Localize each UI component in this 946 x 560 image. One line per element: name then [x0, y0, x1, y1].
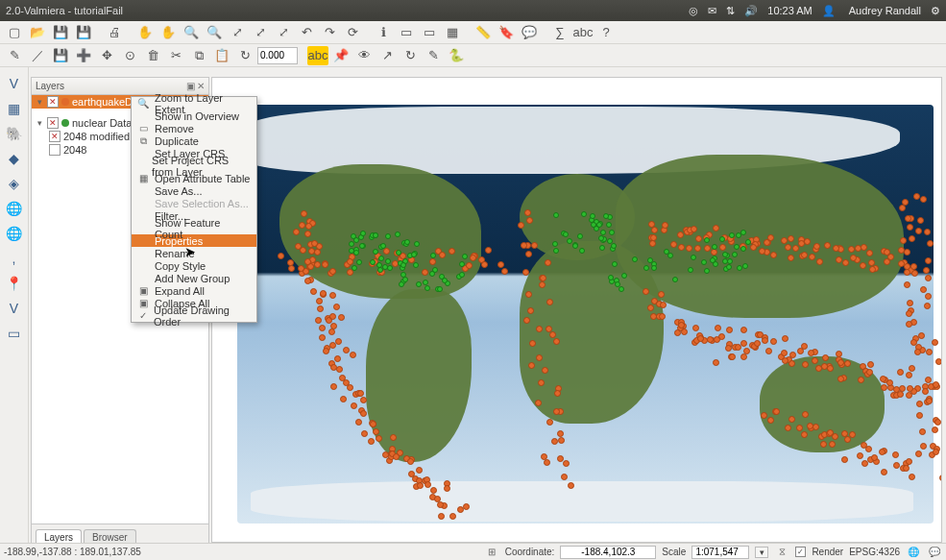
composer-icon[interactable]: 🖨 [104, 23, 125, 42]
select-icon[interactable]: ▭ [396, 23, 417, 42]
stop-render-icon[interactable]: ⧖ [774, 546, 789, 559]
ctx-duplicate[interactable]: ⧉Duplicate [132, 134, 256, 147]
expand-icon[interactable]: ▾ [36, 118, 44, 128]
numeric-input[interactable] [257, 47, 298, 64]
add-spatialite-icon[interactable]: ◆ [3, 148, 26, 169]
ctx-copy-style[interactable]: Copy Style [132, 259, 256, 272]
add-csv-icon[interactable]: , [3, 248, 26, 269]
label-change-icon[interactable]: ✎ [423, 46, 444, 65]
new-vector-icon[interactable]: V [3, 298, 26, 319]
map-canvas[interactable] [211, 77, 942, 543]
mail-icon[interactable]: ✉ [708, 5, 716, 17]
nuclear-point [609, 230, 615, 235]
save-as-icon[interactable]: 💾 [73, 23, 94, 42]
nuclear-point [643, 265, 649, 271]
nuclear-point [740, 246, 746, 252]
add-vector-icon[interactable]: V [3, 73, 26, 94]
pan-icon[interactable]: ✋ [134, 23, 156, 42]
ctx-zoom-to-layer[interactable]: 🔍Zoom to Layer Extent [132, 97, 256, 110]
messages-icon[interactable]: 💬 [927, 546, 942, 559]
nuclear-point [459, 272, 465, 278]
scale-dropdown-icon[interactable]: ▾ [755, 547, 768, 558]
label-rotate-icon[interactable]: ↻ [400, 46, 421, 65]
save-edits-icon[interactable]: 💾 [50, 46, 71, 65]
edit-pencil-icon[interactable]: ✎ [4, 46, 25, 65]
visibility-checkbox[interactable]: ✕ [47, 117, 59, 129]
render-checkbox[interactable]: ✓ [795, 547, 806, 557]
scale-input[interactable] [691, 546, 749, 559]
open-project-icon[interactable]: 📂 [27, 23, 48, 42]
python-icon[interactable]: 🐍 [446, 46, 467, 65]
measure-icon[interactable]: 📏 [473, 23, 494, 42]
ctx-expand-all[interactable]: ▣Expand All [132, 284, 256, 297]
save-project-icon[interactable]: 💾 [50, 23, 71, 42]
zoom-out-icon[interactable]: 🔍 [204, 23, 225, 42]
gear-icon[interactable]: ⚙ [931, 5, 940, 17]
label-hide-icon[interactable]: 👁 [353, 46, 375, 65]
add-wfs-icon[interactable]: 🌐 [3, 223, 26, 244]
undock-icon[interactable]: ▣ [186, 81, 195, 91]
chrome-icon[interactable]: ◎ [689, 5, 698, 17]
add-gps-icon[interactable]: 📍 [3, 273, 26, 294]
user-name[interactable]: Audrey Randall [849, 5, 921, 16]
ctx-open-attr-table[interactable]: ▦Open Attribute Table [132, 172, 256, 184]
label-icon[interactable]: abc [572, 23, 594, 42]
annotation-icon[interactable]: 💬 [519, 23, 540, 42]
toggle-extents-icon[interactable]: ⊞ [484, 546, 499, 559]
close-panel-icon[interactable]: ✕ [197, 81, 205, 91]
expand-icon[interactable]: ▾ [36, 97, 44, 107]
move-feature-icon[interactable]: ✥ [96, 46, 117, 65]
bookmarks-icon[interactable]: 🔖 [496, 23, 517, 42]
nuclear-point [704, 268, 710, 274]
zoom-last-icon[interactable]: ↶ [296, 23, 317, 42]
ctx-show-feature-count[interactable]: Show Feature Count [132, 222, 256, 234]
calc-icon[interactable]: ∑ [549, 23, 570, 42]
cut-icon[interactable]: ✂ [165, 46, 186, 65]
visibility-checkbox[interactable]: ✕ [49, 131, 61, 142]
edit-line-icon[interactable]: ／ [27, 46, 48, 65]
remove-layer-icon[interactable]: ▭ [3, 323, 26, 344]
user-icon[interactable]: 👤 [822, 5, 836, 17]
visibility-checkbox[interactable]: ✕ [49, 144, 61, 156]
deselect-icon[interactable]: ▭ [419, 23, 440, 42]
ctx-rename[interactable]: Rename [132, 247, 256, 259]
label-tool-icon[interactable]: abc [307, 46, 328, 65]
node-tool-icon[interactable]: ⊙ [119, 46, 140, 65]
label-pin-icon[interactable]: 📌 [330, 46, 352, 65]
new-project-icon[interactable]: ▢ [4, 23, 25, 42]
ctx-remove[interactable]: ▭Remove [132, 122, 256, 134]
zoom-layer-icon[interactable]: ⤢ [273, 23, 294, 42]
ctx-show-overview[interactable]: Show in Overview [132, 110, 256, 122]
help-icon[interactable]: ? [595, 23, 617, 42]
pan-selection-icon[interactable]: ✋ [158, 23, 179, 42]
ctx-add-group[interactable]: Add New Group [132, 272, 256, 284]
network-icon[interactable]: ⇅ [726, 5, 735, 17]
add-mssql-icon[interactable]: ◈ [3, 173, 26, 194]
add-wms-icon[interactable]: 🌐 [3, 198, 26, 219]
visibility-checkbox[interactable]: ✕ [47, 96, 59, 108]
zoom-selection-icon[interactable]: ⤢ [250, 23, 271, 42]
paste-icon[interactable]: 📋 [211, 46, 232, 65]
ctx-save-as[interactable]: Save As... [132, 184, 256, 197]
add-postgis-icon[interactable]: 🐘 [3, 123, 26, 144]
ctx-set-project-crs[interactable]: Set Project CRS from Layer [132, 159, 256, 172]
coordinate-input[interactable] [560, 546, 656, 559]
add-feature-icon[interactable]: ➕ [73, 46, 94, 65]
crs-icon[interactable]: 🌐 [906, 546, 921, 559]
nuclear-point [385, 258, 391, 264]
zoom-next-icon[interactable]: ↷ [319, 23, 340, 42]
rotate-icon[interactable]: ↻ [234, 46, 255, 65]
zoom-full-icon[interactable]: ⤢ [227, 23, 248, 42]
attr-table-icon[interactable]: ▦ [442, 23, 463, 42]
refresh-icon[interactable]: ⟳ [342, 23, 363, 42]
delete-icon[interactable]: 🗑 [142, 46, 163, 65]
zoom-in-icon[interactable]: 🔍 [181, 23, 202, 42]
layer-label: 2048 [63, 144, 86, 156]
clock[interactable]: 10:23 AM [767, 5, 812, 16]
copy-icon[interactable]: ⧉ [188, 46, 209, 65]
identify-icon[interactable]: ℹ [373, 23, 394, 42]
label-move-icon[interactable]: ↗ [376, 46, 398, 65]
ctx-update-drawing-order[interactable]: ✓Update Drawing Order [132, 309, 256, 322]
volume-icon[interactable]: 🔊 [744, 5, 758, 17]
add-raster-icon[interactable]: ▦ [3, 98, 26, 119]
